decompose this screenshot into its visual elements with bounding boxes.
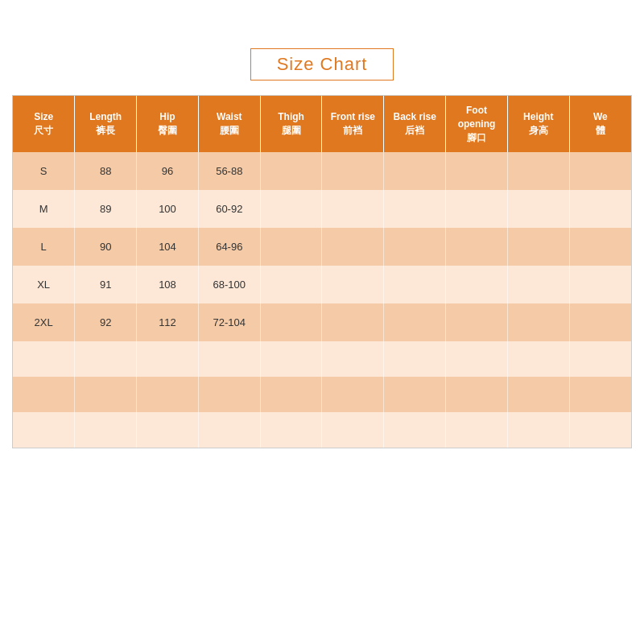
cell-height bbox=[507, 377, 569, 412]
cell-size: L bbox=[13, 228, 75, 266]
column-header-foot-opening: Foot opening腳口 bbox=[446, 96, 508, 152]
cell-foot_opening bbox=[446, 266, 508, 303]
column-header-waist: Waist腰圍 bbox=[198, 96, 260, 152]
cell-back_rise bbox=[384, 341, 446, 377]
cell-size bbox=[13, 412, 75, 448]
cell-front_rise bbox=[322, 377, 384, 412]
cell-hip: 96 bbox=[137, 152, 199, 190]
cell-back_rise bbox=[384, 412, 446, 448]
cell-thigh bbox=[260, 377, 322, 412]
table-row: L9010464-96 bbox=[13, 228, 631, 266]
cell-length: 90 bbox=[75, 228, 137, 266]
column-header-back-rise: Back rise后裆 bbox=[384, 96, 446, 152]
cell-height bbox=[507, 266, 569, 303]
cell-height bbox=[507, 152, 569, 190]
cell-hip: 112 bbox=[137, 303, 199, 341]
cell-length bbox=[75, 412, 137, 448]
cell-weight bbox=[569, 228, 631, 266]
cell-height bbox=[507, 412, 569, 448]
cell-foot_opening bbox=[446, 190, 508, 228]
cell-foot_opening bbox=[446, 412, 508, 448]
cell-hip bbox=[137, 412, 199, 448]
cell-back_rise bbox=[384, 266, 446, 303]
cell-waist: 64-96 bbox=[198, 228, 260, 266]
size-chart-table-wrapper: Size尺寸Length裤長Hip臀圍Waist腰圍Thigh腿圍Front r… bbox=[12, 95, 632, 448]
cell-waist bbox=[198, 377, 260, 412]
cell-front_rise bbox=[322, 303, 384, 341]
cell-height bbox=[507, 303, 569, 341]
table-row: XL9110868-100 bbox=[13, 266, 631, 303]
cell-weight bbox=[569, 341, 631, 377]
cell-front_rise bbox=[322, 228, 384, 266]
cell-back_rise bbox=[384, 152, 446, 190]
table-row bbox=[13, 412, 631, 448]
cell-length bbox=[75, 377, 137, 412]
cell-weight bbox=[569, 266, 631, 303]
cell-weight bbox=[569, 190, 631, 228]
cell-size: 2XL bbox=[13, 303, 75, 341]
cell-back_rise bbox=[384, 377, 446, 412]
cell-height bbox=[507, 341, 569, 377]
table-row: S889656-88 bbox=[13, 152, 631, 190]
cell-waist: 72-104 bbox=[198, 303, 260, 341]
column-header-thigh: Thigh腿圍 bbox=[260, 96, 322, 152]
cell-waist: 68-100 bbox=[198, 266, 260, 303]
cell-hip bbox=[137, 377, 199, 412]
cell-front_rise bbox=[322, 266, 384, 303]
cell-weight bbox=[569, 152, 631, 190]
cell-length: 92 bbox=[75, 303, 137, 341]
cell-size bbox=[13, 341, 75, 377]
column-header-front-rise: Front rise前裆 bbox=[322, 96, 384, 152]
cell-length: 88 bbox=[75, 152, 137, 190]
cell-size: M bbox=[13, 190, 75, 228]
cell-thigh bbox=[260, 190, 322, 228]
cell-waist: 60-92 bbox=[198, 190, 260, 228]
table-row bbox=[13, 377, 631, 412]
cell-thigh bbox=[260, 303, 322, 341]
cell-foot_opening bbox=[446, 152, 508, 190]
cell-thigh bbox=[260, 412, 322, 448]
cell-foot_opening bbox=[446, 377, 508, 412]
cell-height bbox=[507, 228, 569, 266]
column-header-height: Height身高 bbox=[507, 96, 569, 152]
column-header-length: Length裤長 bbox=[75, 96, 137, 152]
cell-waist bbox=[198, 341, 260, 377]
cell-back_rise bbox=[384, 190, 446, 228]
cell-waist bbox=[198, 412, 260, 448]
cell-front_rise bbox=[322, 341, 384, 377]
column-header-hip: Hip臀圍 bbox=[137, 96, 199, 152]
page-title: Size Chart bbox=[277, 54, 368, 74]
table-row: 2XL9211272-104 bbox=[13, 303, 631, 341]
table-header-row: Size尺寸Length裤長Hip臀圍Waist腰圍Thigh腿圍Front r… bbox=[13, 96, 631, 152]
title-box: Size Chart bbox=[250, 48, 394, 80]
cell-hip: 104 bbox=[137, 228, 199, 266]
cell-weight bbox=[569, 377, 631, 412]
cell-size: S bbox=[13, 152, 75, 190]
cell-weight bbox=[569, 303, 631, 341]
column-header-we: We體 bbox=[569, 96, 631, 152]
cell-hip bbox=[137, 341, 199, 377]
cell-thigh bbox=[260, 341, 322, 377]
cell-foot_opening bbox=[446, 341, 508, 377]
cell-hip: 100 bbox=[137, 190, 199, 228]
table-row: M8910060-92 bbox=[13, 190, 631, 228]
cell-weight bbox=[569, 412, 631, 448]
cell-length: 89 bbox=[75, 190, 137, 228]
cell-back_rise bbox=[384, 303, 446, 341]
cell-foot_opening bbox=[446, 303, 508, 341]
cell-hip: 108 bbox=[137, 266, 199, 303]
cell-front_rise bbox=[322, 152, 384, 190]
table-row bbox=[13, 341, 631, 377]
cell-front_rise bbox=[322, 412, 384, 448]
cell-thigh bbox=[260, 152, 322, 190]
cell-length: 91 bbox=[75, 266, 137, 303]
cell-thigh bbox=[260, 266, 322, 303]
cell-back_rise bbox=[384, 228, 446, 266]
cell-size: XL bbox=[13, 266, 75, 303]
cell-foot_opening bbox=[446, 228, 508, 266]
cell-height bbox=[507, 190, 569, 228]
cell-length bbox=[75, 341, 137, 377]
cell-thigh bbox=[260, 228, 322, 266]
size-chart-table: Size尺寸Length裤長Hip臀圍Waist腰圍Thigh腿圍Front r… bbox=[13, 96, 631, 448]
cell-front_rise bbox=[322, 190, 384, 228]
